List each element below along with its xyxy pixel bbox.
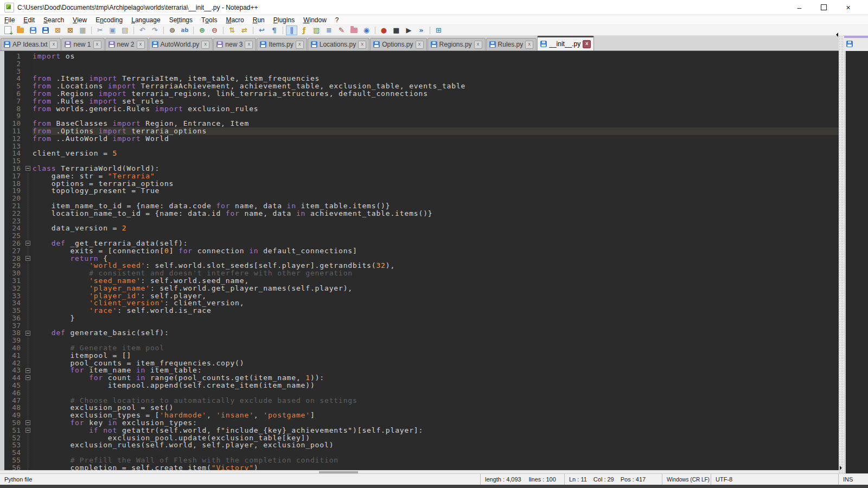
splitter-collapse-top-icon[interactable]: [834, 33, 838, 37]
undo-button[interactable]: ↶: [137, 25, 148, 35]
code-line[interactable]: def generate_basic(self):: [33, 329, 859, 337]
close-button[interactable]: ×: [836, 0, 860, 15]
code-line[interactable]: from BaseClasses import Region, Entrance…: [33, 120, 859, 127]
macro-run-multiple-button[interactable]: »: [416, 25, 427, 35]
menu-language[interactable]: Language: [127, 15, 164, 24]
redo-button[interactable]: ↷: [149, 25, 161, 35]
code-line[interactable]: completion = self.create_item("Victory"): [33, 464, 859, 470]
code-line[interactable]: # Generate item pool: [33, 344, 859, 352]
code-line[interactable]: exclusion_pool = set(): [33, 404, 859, 412]
code-line[interactable]: itempool.append(self.create_item(item_na…: [33, 382, 859, 389]
menu-window[interactable]: Window: [299, 15, 331, 24]
code-line[interactable]: 'player_name': self.world.get_player_nam…: [33, 285, 859, 292]
code-line[interactable]: for count in range(pool_counts.get(item_…: [33, 374, 859, 382]
splitter-collapse-bottom-icon[interactable]: [840, 466, 844, 470]
find-button[interactable]: ⊚: [167, 25, 178, 35]
code-line[interactable]: # Prefill the Wall of Flesh with the com…: [33, 457, 859, 464]
folder-as-workspace-button[interactable]: [348, 25, 360, 35]
menu-plugins[interactable]: Plugins: [269, 15, 299, 24]
tab-ap-ideas-txt[interactable]: AP Ideas.txtx: [1, 38, 61, 50]
code-line[interactable]: [33, 112, 859, 120]
code-line[interactable]: itempool = []: [33, 352, 859, 359]
fold-marker[interactable]: [25, 241, 30, 246]
new-file-button[interactable]: [2, 25, 14, 35]
zoom-out-button[interactable]: ⊖: [209, 25, 220, 35]
menu-search[interactable]: Search: [39, 15, 68, 24]
code-line[interactable]: pool_counts = item_frequencies.copy(): [33, 359, 859, 367]
code-line[interactable]: for key in exclusion_types:: [33, 419, 859, 427]
horizontal-scrollbar-thumb[interactable]: [319, 471, 358, 473]
tab-close-icon[interactable]: x: [49, 41, 58, 49]
fold-marker[interactable]: [25, 420, 30, 425]
insert-mode-label[interactable]: INS: [838, 474, 868, 485]
menu-file[interactable]: File: [0, 15, 19, 24]
tab-close-icon[interactable]: x: [474, 41, 482, 49]
code-line[interactable]: game: str = "Terraria": [33, 172, 859, 180]
tab-close-icon[interactable]: x: [201, 41, 209, 49]
macro-play-button[interactable]: ▶: [403, 25, 414, 35]
code-line[interactable]: [33, 157, 859, 165]
code-line[interactable]: 'client_version': client_version,: [33, 299, 859, 307]
minimize-button[interactable]: –: [787, 0, 812, 15]
save-button[interactable]: [27, 25, 39, 35]
tab-regions-py[interactable]: Regions.pyx: [427, 38, 486, 50]
menu-encoding[interactable]: Encoding: [91, 15, 127, 24]
code-line[interactable]: from .Rules import set_rules: [33, 98, 859, 105]
fold-marker[interactable]: [25, 375, 30, 380]
menu-run[interactable]: Run: [248, 15, 269, 24]
cut-button[interactable]: ✂: [94, 25, 106, 35]
code-line[interactable]: 'seed_name': self.world.seed_name,: [33, 277, 859, 285]
code-line[interactable]: from .Items import TerrariaItem, item_ta…: [33, 75, 859, 82]
code-line[interactable]: class TerrariaWorld(World):: [33, 165, 859, 172]
tab-close-icon[interactable]: x: [296, 41, 304, 49]
code-line[interactable]: exits = [connection[0] for connection in…: [33, 247, 859, 255]
tab-close-icon[interactable]: x: [93, 41, 101, 49]
code-line[interactable]: from .Locations import TerrariaAchieveme…: [33, 82, 859, 90]
tab-autoworld-py[interactable]: AutoWorld.pyx: [149, 38, 213, 50]
close-button[interactable]: ⊠: [52, 25, 63, 35]
macro-record-button[interactable]: ●: [378, 25, 390, 35]
window-grid-button[interactable]: ⊞: [433, 25, 444, 35]
code-line[interactable]: from worlds.generic.Rules import exclusi…: [33, 105, 859, 113]
edit-pencil-button[interactable]: ✎: [336, 25, 347, 35]
code-line[interactable]: }: [33, 314, 859, 322]
fold-marker[interactable]: [25, 166, 30, 171]
tab-close-icon[interactable]: x: [358, 41, 366, 49]
view-splitter[interactable]: [839, 36, 844, 473]
tab-options-py[interactable]: Options.pyx: [370, 38, 426, 50]
encoding-label[interactable]: UTF-8: [711, 474, 838, 485]
code-line[interactable]: [33, 68, 859, 75]
sync-vertical-scroll-button[interactable]: ⇅: [226, 25, 238, 35]
code-line[interactable]: def _get_terraria_data(self):: [33, 240, 859, 247]
code-line[interactable]: exclusion_pool.update(exclusion_table[ke…: [33, 434, 859, 442]
code-line[interactable]: [33, 217, 859, 225]
code-line-current[interactable]: from .Options import terraria_options: [33, 127, 859, 135]
code-line[interactable]: exclusion_rules(self.world, self.player,…: [33, 441, 859, 449]
code-line[interactable]: [33, 337, 859, 344]
macro-stop-button[interactable]: ■: [391, 25, 402, 35]
horizontal-scrollbar[interactable]: [0, 470, 839, 473]
document-list-button[interactable]: ≡: [323, 25, 335, 35]
tab-new-2[interactable]: new 2x: [105, 38, 148, 50]
close-all-button[interactable]: ⊠: [65, 25, 76, 35]
code-line[interactable]: [33, 322, 859, 330]
code-line[interactable]: # Choose locations to automatically excl…: [33, 397, 859, 404]
code-line[interactable]: item_name_to_id = {name: data.code for n…: [33, 202, 859, 210]
tab-init-py[interactable]: __init__.pyx: [537, 36, 594, 50]
fold-marker[interactable]: [25, 368, 30, 373]
second-view-editor[interactable]: [844, 51, 868, 473]
paste-button[interactable]: ▤: [119, 25, 131, 35]
code-area[interactable]: import os from .Items import TerrariaIte…: [33, 51, 859, 470]
code-line[interactable]: from .Regions import terraria_regions, l…: [33, 90, 859, 98]
replace-button[interactable]: ab: [179, 25, 190, 35]
fold-marker[interactable]: [25, 331, 30, 336]
code-line[interactable]: if not getattr(self.world, f"include_{ke…: [33, 427, 859, 434]
code-line[interactable]: 'player_id': self.player,: [33, 292, 859, 300]
eol-format-label[interactable]: Windows (CR LF): [662, 474, 711, 485]
code-line[interactable]: options = terraria_options: [33, 180, 859, 188]
code-line[interactable]: [33, 195, 859, 202]
tab-new-3[interactable]: new 3x: [213, 38, 256, 50]
tab-close-icon[interactable]: x: [583, 40, 591, 48]
code-line[interactable]: 'world_seed': self.world.slot_seeds[self…: [33, 262, 859, 269]
tab-close-icon[interactable]: x: [137, 41, 145, 49]
